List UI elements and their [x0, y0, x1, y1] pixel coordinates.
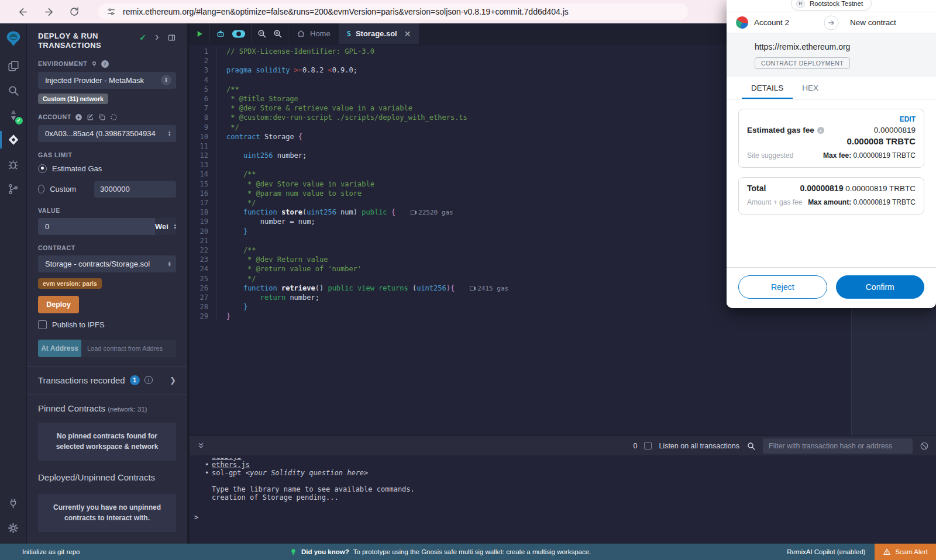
listen-label: Listen on all transactions: [659, 442, 739, 450]
reload-icon[interactable]: [64, 2, 84, 22]
debugger-icon[interactable]: [0, 152, 27, 177]
terminal-link-ethers[interactable]: ethers.js: [212, 461, 250, 469]
git-init-button[interactable]: Initialize as git repo: [22, 548, 80, 555]
at-address-input[interactable]: [81, 340, 176, 357]
terminal-header: 0 Listen on all transactions: [190, 435, 936, 455]
deploy-run-icon[interactable]: [0, 127, 27, 152]
network-name: Rootstock Testnet: [810, 0, 863, 7]
radio-icon: [38, 164, 47, 173]
gas-fee-value: 0.00000819: [846, 126, 916, 134]
max-amount-label: Max amount:: [808, 198, 851, 206]
copilot-status[interactable]: RemixAI Copilot (enabled): [787, 548, 865, 555]
gas-pump-icon: [470, 286, 474, 291]
edit-gas-link[interactable]: EDIT: [747, 115, 916, 123]
env-plug-icon: [91, 60, 98, 67]
remixai-robot-icon[interactable]: [215, 29, 226, 39]
site-settings-icon[interactable]: [106, 7, 116, 16]
back-icon[interactable]: [13, 2, 33, 22]
terminal-solgpt-hint: <your Solidity question here>: [246, 469, 369, 477]
run-script-button[interactable]: [190, 23, 210, 44]
environment-select[interactable]: Injected Provider - MetaMask ▲▼: [38, 72, 176, 89]
copilot-toggle-icon[interactable]: [232, 29, 246, 39]
account-copy-icon[interactable]: [98, 113, 106, 121]
account-select[interactable]: 0xA03...85ac4 (0.398673504934 ▲▼: [38, 125, 176, 142]
success-check-icon: ✓: [139, 33, 146, 42]
pin-panel-icon[interactable]: [167, 33, 176, 42]
transactions-recorded-label: Transactions recorded: [38, 375, 125, 385]
gas-info-icon[interactable]: i: [817, 127, 824, 134]
play-icon: [195, 29, 204, 39]
network-pill[interactable]: R Rootstock Testnet: [791, 0, 872, 11]
solidity-file-icon: S: [347, 30, 351, 38]
tab-hex[interactable]: HEX: [793, 77, 828, 99]
value-unit-select[interactable]: Wei ▲▼: [155, 218, 176, 235]
compile-success-badge: ✓: [15, 117, 23, 125]
account-add-icon[interactable]: [75, 113, 82, 121]
gas-fee-card: EDIT Estimated gas fee i 0.00000819 0.00…: [738, 109, 924, 168]
git-icon[interactable]: [0, 177, 27, 201]
chevron-right-icon[interactable]: ❯: [170, 376, 176, 385]
search-icon[interactable]: [0, 78, 27, 103]
tab-storage-sol[interactable]: S Storage.sol ✕: [339, 23, 419, 44]
total-label: Total: [747, 184, 766, 193]
collapse-terminal-icon[interactable]: [197, 441, 205, 450]
arrow-right-icon: [824, 15, 839, 30]
tab-details[interactable]: DETAILS: [742, 77, 793, 99]
confirm-button[interactable]: Confirm: [836, 275, 925, 299]
terminal-search-icon[interactable]: [746, 441, 756, 451]
settings-icon[interactable]: [0, 516, 27, 540]
account-refresh-icon[interactable]: [110, 113, 118, 121]
at-address-button[interactable]: At Address: [38, 340, 81, 357]
address-bar[interactable]: remix.ethereum.org/#lang=en&optimize=fal…: [98, 4, 688, 20]
account-edit-icon[interactable]: [87, 113, 94, 121]
publish-ipfs-row[interactable]: Publish to IPFS: [38, 320, 176, 329]
tab-close-icon[interactable]: ✕: [404, 29, 411, 39]
network-avatar: R: [796, 0, 805, 8]
transactions-recorded-row[interactable]: Transactions recorded 1 i ❯: [38, 375, 176, 385]
transactions-info-icon[interactable]: i: [144, 376, 153, 384]
remix-logo-icon[interactable]: [0, 23, 27, 54]
chevron-updown-icon: ▲▼: [168, 261, 171, 267]
custom-gas-radio[interactable]: [38, 185, 44, 193]
reject-button[interactable]: Reject: [738, 275, 827, 299]
listen-checkbox[interactable]: [644, 442, 652, 450]
max-amount-value: 0.00000819 TRBTC: [851, 198, 916, 206]
custom-gas-input[interactable]: [94, 181, 176, 198]
lightbulb-icon: [290, 548, 297, 556]
pinned-empty-message: No pinned contracts found for selected w…: [38, 423, 176, 461]
chevron-updown-icon: ▲▼: [173, 223, 176, 229]
gas-fee-currency: 0.000008 TRBTC: [846, 136, 916, 146]
file-explorer-icon[interactable]: [0, 54, 27, 78]
env-info-icon[interactable]: i: [101, 60, 109, 68]
publish-ipfs-checkbox[interactable]: [38, 320, 47, 329]
scam-alert-button[interactable]: Scam Alert: [875, 544, 936, 560]
max-fee-value: 0.00000819 TRBTC: [851, 151, 916, 160]
terminal-output[interactable]: •web3.js •ethers.js •sol-gpt <your Solid…: [190, 455, 936, 544]
forward-icon[interactable]: [39, 2, 58, 22]
expand-panel-icon[interactable]: [153, 34, 160, 41]
status-bar: Initialize as git repo Did you know? To …: [0, 544, 936, 560]
contract-select[interactable]: Storage - contracts/Storage.sol ▲▼: [38, 255, 176, 272]
total-card: Total 0.00000819 0.00000819 TRBTC Amount…: [738, 177, 924, 215]
clear-terminal-icon[interactable]: [920, 441, 929, 451]
tab-home[interactable]: Home: [288, 23, 339, 44]
value-input[interactable]: [38, 218, 155, 235]
terminal-prompt[interactable]: >: [194, 513, 198, 521]
zoom-out-icon[interactable]: [257, 29, 267, 39]
gas-limit-label: GAS LIMIT: [38, 151, 72, 158]
network-badge: Custom (31) network: [38, 94, 108, 104]
chevron-updown-icon: ▲▼: [161, 75, 171, 85]
zoom-in-icon[interactable]: [273, 29, 283, 39]
sender-account[interactable]: Account 2: [727, 12, 831, 33]
warning-icon: [883, 548, 891, 556]
pinned-network-label: (network: 31): [108, 406, 147, 413]
estimated-gas-radio[interactable]: Estimated Gas: [38, 164, 176, 173]
unpinned-contracts-heading: Deployed/Unpinned Contracts: [38, 472, 176, 482]
terminal-panel: 0 Listen on all transactions •web3.js •e…: [190, 435, 936, 544]
terminal-filter-input[interactable]: [763, 438, 913, 454]
deploy-button[interactable]: Deploy: [38, 296, 79, 313]
plugin-manager-icon[interactable]: [0, 491, 27, 516]
account-name: Account 2: [754, 18, 789, 27]
activity-bar: ✓: [0, 23, 27, 544]
solidity-compiler-icon[interactable]: ✓: [0, 103, 27, 127]
